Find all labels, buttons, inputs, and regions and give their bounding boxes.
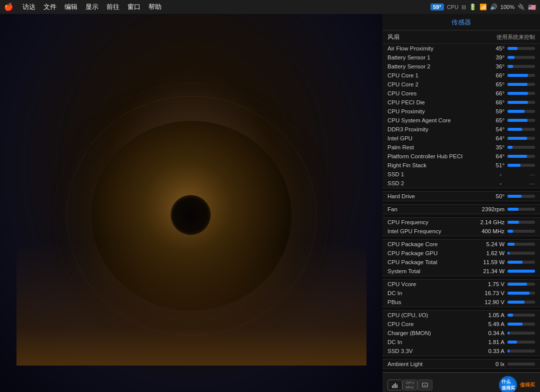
temp-bar-5 [508,92,535,95]
inner-spot [170,195,210,235]
volt-bar-1 [508,292,535,295]
svg-rect-4 [422,383,428,387]
temp-sensor-value-8: 65° [480,117,504,123]
temp-bar-7 [508,110,535,113]
svg-rect-2 [395,383,396,388]
volt-value-2: 12.90 V [472,299,504,305]
divider-5 [382,276,540,280]
freq-bar-1 [508,230,535,233]
power-name-0: CPU Package Core [388,241,472,247]
temp-bar-1 [508,56,535,59]
temp-bar-fill-7 [508,110,524,113]
voltage-sensors: CPU Vcore1.75 VDC In16.73 VPBus12.90 V [382,280,540,307]
chart-button[interactable] [388,380,402,391]
temp-bar-4 [508,83,535,86]
curr-value-1: 5.49 A [472,321,504,327]
temp-sensor-name-11: Palm Rest [388,144,480,150]
wallpaper [0,14,382,392]
curr-bar-fill-0 [508,314,513,317]
fan-value: 2392rpm [480,206,504,212]
curr-bar-4 [508,350,535,353]
temp-bar-fill-10 [508,137,527,140]
battery-icon: 🔋 [469,3,476,10]
menu-file[interactable]: 文件 [40,2,60,11]
wifi-icon: 📶 [480,3,487,10]
temp-bar-fill-11 [508,146,512,149]
temp-sensor-row-13: Right Fin Stack51° [382,161,540,170]
temp-sensor-row-0: Air Flow Proximity45° [382,44,540,53]
hard-drive-bar-fill [508,195,522,198]
power-row-2: CPU Package Total11.59 W [382,258,540,267]
freq-value-0: 2.14 GHz [472,219,504,225]
power-name-1: CPU Package GPU [388,250,472,256]
curr-row-3: DC In1.81 A [382,338,540,347]
power-bar-fill-2 [508,261,522,264]
menu-edit[interactable]: 编辑 [60,2,82,11]
curr-value-4: 0.33 A [472,348,504,354]
menu-finder[interactable]: 访达 [18,2,40,11]
temp-sensor-value-3: 66° [480,72,504,78]
temp-sensor-row-3: CPU Core 166° [382,71,540,80]
temp-sensor-name-7: CPU Proximity [388,108,480,114]
temp-sensor-value-0: 45° [480,45,504,51]
divider-8 [382,369,540,373]
curr-name-3: DC In [388,339,472,345]
curr-name-4: SSD 3.3V [388,348,472,354]
charger-icon: 🔌 [518,3,525,10]
logo-circle: 什么值得买 [499,376,517,392]
temp-sensor-name-5: CPU Cores [388,90,480,96]
gpu-button[interactable]: GPUMHz [402,380,418,391]
temp-sensor-value-7: 59° [480,108,504,114]
freq-bar-fill-1 [508,230,513,233]
temp-bar-fill-13 [508,164,520,167]
freq-bar-0 [508,221,535,224]
volt-value-1: 16.73 V [472,290,504,296]
temp-bar-fill-8 [508,119,528,122]
curr-row-1: CPU Core5.49 A [382,320,540,329]
power-value-2: 11.59 W [472,259,504,265]
curr-value-3: 1.81 A [472,339,504,345]
fan-label: Fan [388,206,480,212]
curr-row-4: SSD 3.3V0.33 A [382,347,540,356]
menu-help[interactable]: 帮助 [144,2,166,11]
curr-name-1: CPU Core [388,321,472,327]
temp-sensor-name-4: CPU Core 2 [388,81,480,87]
curr-bar-3 [508,341,535,344]
frequency-sensors: CPU Frequency2.14 GHzIntel GPU Frequency… [382,218,540,236]
fan-bar-fill [508,208,518,211]
menu-window[interactable]: 窗口 [124,2,144,11]
curr-name-2: Charger (BMON) [388,330,472,336]
curr-bar-fill-4 [508,350,510,353]
temp-sensor-name-14: SSD 1 [388,171,476,177]
menu-view[interactable]: 显示 [82,2,102,11]
temp-badge[interactable]: 59° [430,3,444,10]
hard-drive-value: 50° [480,193,504,199]
freq-row-1: Intel GPU Frequency400 MHz [382,227,540,236]
ambient-value: 0 lx [470,361,504,367]
hard-drive-label: Hard Drive [388,193,480,199]
freq-row-0: CPU Frequency2.14 GHz [382,218,540,227]
apple-menu[interactable]: 🍎 [4,2,14,11]
planet-scene [42,91,342,341]
curr-row-2: Charger (BMON)0.34 A [382,329,540,338]
divider-7 [382,356,540,360]
curr-bar-fill-1 [508,323,522,326]
panel-title: 传感器 [382,14,540,30]
temp-sensor-name-8: CPU System Agent Core [388,117,480,123]
disk-button[interactable] [418,380,432,391]
temp-bar-13 [508,164,535,167]
menu-go[interactable]: 前往 [102,2,124,11]
menubar: 🍎 访达 文件 编辑 显示 前往 窗口 帮助 59° CPU ⊟ 🔋 📶 🔊 1… [0,0,540,14]
power-row-0: CPU Package Core5.24 W [382,240,540,249]
temp-sensor-name-12: Platform Controller Hub PECI [388,153,480,159]
ambient-row: Ambient Light 0 lx [382,360,540,369]
temp-sensor-value-4: 65° [480,81,504,87]
temp-bar-8 [508,119,535,122]
curr-row-0: CPU (CPU, I/O)1.05 A [382,311,540,320]
temp-sensor-value-11: 35° [480,144,504,150]
ambient-label: Ambient Light [388,361,470,367]
power-name-2: CPU Package Total [388,259,472,265]
svg-rect-0 [392,386,393,388]
no-bar-14: — [508,171,535,177]
temp-sensor-name-6: CPU PECI Die [388,99,480,105]
